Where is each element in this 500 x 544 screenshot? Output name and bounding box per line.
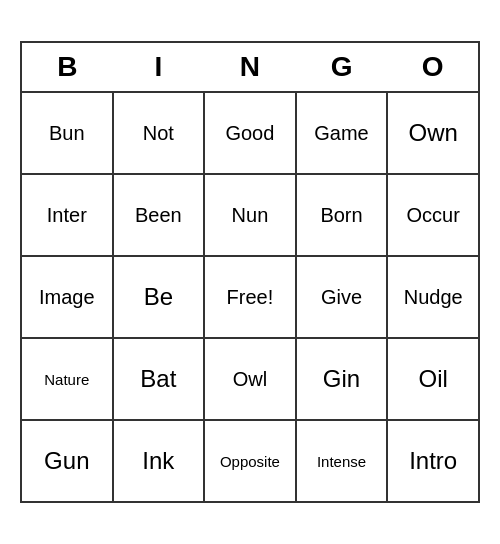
- table-row: BunNotGoodGameOwn: [21, 92, 479, 174]
- table-row: InterBeenNunBornOccur: [21, 174, 479, 256]
- header-cell-i: I: [113, 42, 205, 92]
- bingo-cell-r0-c3: Game: [296, 92, 388, 174]
- bingo-cell-r2-c1: Be: [113, 256, 205, 338]
- bingo-cell-r4-c0: Gun: [21, 420, 113, 502]
- bingo-cell-r1-c3: Born: [296, 174, 388, 256]
- bingo-cell-r2-c4: Nudge: [387, 256, 479, 338]
- bingo-cell-r2-c0: Image: [21, 256, 113, 338]
- bingo-cell-r1-c4: Occur: [387, 174, 479, 256]
- bingo-cell-r1-c2: Nun: [204, 174, 296, 256]
- header-cell-n: N: [204, 42, 296, 92]
- bingo-card: BINGO BunNotGoodGameOwnInterBeenNunBornO…: [20, 41, 480, 503]
- bingo-cell-r2-c3: Give: [296, 256, 388, 338]
- header-cell-b: B: [21, 42, 113, 92]
- bingo-cell-r3-c3: Gin: [296, 338, 388, 420]
- bingo-cell-r3-c4: Oil: [387, 338, 479, 420]
- bingo-cell-r0-c0: Bun: [21, 92, 113, 174]
- bingo-cell-r4-c4: Intro: [387, 420, 479, 502]
- table-row: ImageBeFree!GiveNudge: [21, 256, 479, 338]
- header-cell-g: G: [296, 42, 388, 92]
- bingo-cell-r0-c4: Own: [387, 92, 479, 174]
- bingo-cell-r1-c1: Been: [113, 174, 205, 256]
- table-row: NatureBatOwlGinOil: [21, 338, 479, 420]
- bingo-cell-r4-c1: Ink: [113, 420, 205, 502]
- bingo-cell-r4-c3: Intense: [296, 420, 388, 502]
- bingo-cell-r2-c2: Free!: [204, 256, 296, 338]
- bingo-cell-r3-c2: Owl: [204, 338, 296, 420]
- bingo-cell-r3-c0: Nature: [21, 338, 113, 420]
- header-cell-o: O: [387, 42, 479, 92]
- bingo-cell-r0-c1: Not: [113, 92, 205, 174]
- bingo-cell-r0-c2: Good: [204, 92, 296, 174]
- bingo-cell-r4-c2: Opposite: [204, 420, 296, 502]
- bingo-cell-r3-c1: Bat: [113, 338, 205, 420]
- table-row: GunInkOppositeIntenseIntro: [21, 420, 479, 502]
- bingo-cell-r1-c0: Inter: [21, 174, 113, 256]
